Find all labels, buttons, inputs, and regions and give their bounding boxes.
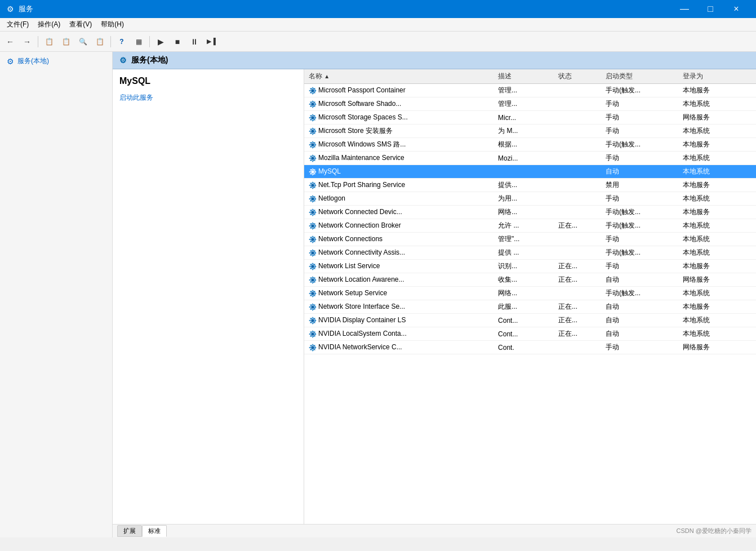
table-row[interactable]: Network List Service 识别... 正在... 手动 本地服务: [304, 260, 756, 273]
cell-startup: 自动: [601, 314, 678, 327]
table-row[interactable]: Microsoft Passport Container 管理... 手动(触发…: [304, 84, 756, 97]
cell-status: [554, 206, 601, 219]
cell-logon: 本地系统: [678, 152, 756, 165]
toolbar-restart-button[interactable]: ▶▐: [203, 34, 219, 50]
back-button[interactable]: ←: [2, 34, 18, 50]
table-row[interactable]: Network Setup Service 网络... 手动(触发... 本地系…: [304, 287, 756, 300]
cell-desc: 为 M...: [493, 125, 554, 138]
table-row[interactable]: Network Connections 管理"... 手动 本地系统: [304, 233, 756, 246]
cell-desc: 提供 ...: [493, 246, 554, 260]
cell-logon: 本地服务: [678, 84, 756, 97]
cell-name: Network Connections: [304, 233, 493, 246]
cell-logon: 本地服务: [678, 260, 756, 273]
menu-help[interactable]: 帮助(H): [96, 19, 128, 30]
cell-startup: 禁用: [601, 179, 678, 192]
maximize-button[interactable]: □: [697, 0, 723, 18]
table-row[interactable]: Network Connected Devic... 网络... 手动(触发..…: [304, 206, 756, 219]
cell-desc: Cont.: [493, 341, 554, 354]
table-row[interactable]: Network Connection Broker 允许 ... 正在... 手…: [304, 219, 756, 233]
col-startup[interactable]: 启动类型: [601, 69, 678, 84]
cell-startup: 手动(触发...: [601, 84, 678, 97]
table-row[interactable]: NVIDIA Display Container LS Cont... 正在..…: [304, 314, 756, 327]
cell-desc: 识别...: [493, 260, 554, 273]
cell-desc: 网络...: [493, 206, 554, 219]
cell-name: Network Connection Broker: [304, 219, 493, 233]
table-row[interactable]: NVIDIA LocalSystem Conta... Cont... 正在..…: [304, 327, 756, 341]
toolbar-btn-help[interactable]: ?: [114, 34, 130, 50]
cell-startup: 手动: [601, 97, 678, 111]
tab-extend[interactable]: 扩展: [117, 525, 142, 537]
svg-point-20: [312, 224, 314, 227]
table-row[interactable]: Mozilla Maintenance Service Mozi... 手动 本…: [304, 152, 756, 165]
service-gear-icon: [309, 289, 318, 297]
service-gear-icon: [309, 316, 318, 324]
service-list-area[interactable]: 名称 ▲ 描述 状态 启动类型 登录为 Microsoft Passport C…: [304, 69, 756, 524]
toolbar-start-button[interactable]: ▶: [153, 34, 168, 50]
table-row[interactable]: NVIDIA NetworkService C... Cont. 手动 网络服务: [304, 341, 756, 354]
tab-standard[interactable]: 标准: [142, 525, 167, 537]
cell-desc: 允许 ...: [493, 219, 554, 233]
table-row[interactable]: Netlogon 为用... 手动 本地系统: [304, 192, 756, 206]
cell-name: Network Connected Devic...: [304, 206, 493, 219]
col-logon[interactable]: 登录为: [678, 69, 756, 84]
toolbar-sep-1: [38, 36, 38, 47]
sidebar-item-local-services[interactable]: ⚙ 服务(本地): [0, 54, 112, 68]
cell-name: Network Location Awarene...: [304, 273, 493, 287]
toolbar-btn-4[interactable]: 📋: [92, 34, 108, 50]
content-area: ⚙ 服务(本地) MySQL 启动此服务 名称 ▲: [113, 52, 756, 537]
cell-name: NVIDIA NetworkService C...: [304, 341, 493, 354]
svg-point-26: [312, 265, 314, 268]
table-row[interactable]: MySQL 自动 本地系统: [304, 165, 756, 179]
toolbar-pause-button[interactable]: ⏸: [186, 34, 202, 50]
cell-startup: 手动: [601, 192, 678, 206]
cell-logon: 本地系统: [678, 287, 756, 300]
table-row[interactable]: Microsoft Windows SMS 路... 根据... 手动(触发..…: [304, 138, 756, 152]
toolbar-btn-2[interactable]: 📋: [58, 34, 74, 50]
service-gear-icon: [309, 303, 318, 310]
title-bar: ⚙ 服务 — □ ×: [0, 0, 756, 18]
app-title: 服务: [19, 4, 33, 14]
table-row[interactable]: Network Store Interface Se... 此服... 正在..…: [304, 300, 756, 314]
cell-status: [554, 138, 601, 152]
svg-point-8: [312, 143, 314, 146]
cell-name: Network List Service: [304, 260, 493, 273]
cell-desc: Cont...: [493, 314, 554, 327]
tabs-area: 扩展 标准: [117, 525, 167, 537]
forward-button[interactable]: →: [19, 34, 35, 50]
cell-desc: Cont...: [493, 327, 554, 341]
table-row[interactable]: Microsoft Store 安装服务 为 M... 手动 本地系统: [304, 125, 756, 138]
menu-file[interactable]: 文件(F): [2, 19, 33, 30]
toolbar-sep-3: [149, 36, 150, 47]
table-row[interactable]: Microsoft Software Shado... 管理... 手动 本地系…: [304, 97, 756, 111]
col-status[interactable]: 状态: [554, 69, 601, 84]
cell-status: [554, 341, 601, 354]
cell-name: Network Setup Service: [304, 287, 493, 300]
cell-name: Microsoft Windows SMS 路...: [304, 138, 493, 152]
service-action-link[interactable]: 启动此服务: [119, 93, 297, 103]
table-row[interactable]: Network Connectivity Assis... 提供 ... 手动(…: [304, 246, 756, 260]
cell-logon: 本地系统: [678, 246, 756, 260]
minimize-button[interactable]: —: [671, 0, 697, 18]
sidebar-icon: ⚙: [7, 57, 14, 66]
svg-point-34: [312, 319, 314, 322]
toolbar-btn-3[interactable]: 🔍: [75, 34, 91, 50]
cell-logon: 本地服务: [678, 179, 756, 192]
col-desc[interactable]: 描述: [493, 69, 554, 84]
action-text[interactable]: 启动此服务: [119, 94, 153, 101]
close-button[interactable]: ×: [723, 0, 749, 18]
table-row[interactable]: Network Location Awarene... 收集... 正在... …: [304, 273, 756, 287]
table-row[interactable]: Microsoft Storage Spaces S... Micr... 手动…: [304, 111, 756, 125]
toolbar-btn-1[interactable]: 📋: [41, 34, 57, 50]
table-row[interactable]: Net.Tcp Port Sharing Service 提供... 禁用 本地…: [304, 179, 756, 192]
menu-view[interactable]: 查看(V): [65, 19, 96, 30]
cell-startup: 自动: [601, 165, 678, 179]
cell-name: Microsoft Storage Spaces S...: [304, 111, 493, 125]
menu-action[interactable]: 操作(A): [33, 19, 65, 30]
toolbar-stop-button[interactable]: ■: [170, 34, 185, 50]
col-name[interactable]: 名称 ▲: [304, 69, 493, 84]
cell-startup: 手动: [601, 111, 678, 125]
sidebar-item-label: 服务(本地): [17, 56, 49, 66]
cell-status: [554, 192, 601, 206]
content-header-title: 服务(本地): [131, 55, 168, 65]
toolbar-btn-grid[interactable]: ▦: [131, 34, 146, 50]
